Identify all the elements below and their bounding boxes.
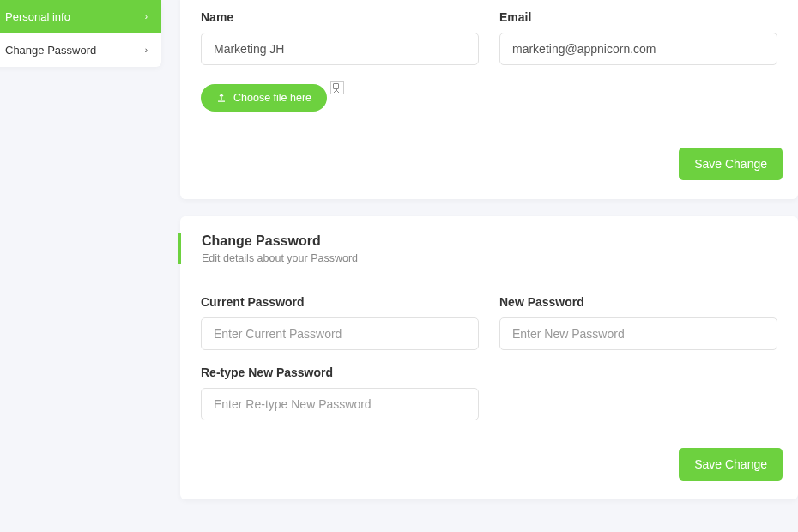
save-password-button[interactable]: Save Change bbox=[679, 448, 783, 481]
sidebar-item-label: Personal info bbox=[5, 10, 70, 23]
current-password-label: Current Password bbox=[201, 295, 479, 309]
retype-password-input[interactable] bbox=[201, 388, 479, 420]
save-profile-button[interactable]: Save Change bbox=[679, 148, 783, 180]
new-password-input[interactable] bbox=[499, 317, 777, 350]
chevron-right-icon: › bbox=[145, 12, 148, 21]
retype-password-group: Re-type New Password bbox=[201, 366, 479, 420]
content-area: Name Email Choose file here Save Change … bbox=[161, 0, 798, 532]
chevron-right-icon: › bbox=[145, 45, 148, 55]
current-password-group: Current Password bbox=[201, 295, 479, 350]
new-password-label: New Password bbox=[499, 295, 777, 309]
name-input[interactable] bbox=[201, 33, 479, 65]
upload-icon bbox=[216, 93, 227, 103]
card-title: Change Password bbox=[202, 233, 777, 249]
retype-password-label: Re-type New Password bbox=[201, 366, 479, 379]
change-password-card: Change Password Edit details about your … bbox=[180, 216, 798, 499]
settings-sidebar: Personal info › Change Password › bbox=[0, 0, 161, 67]
email-group: Email bbox=[499, 10, 777, 65]
current-password-input[interactable] bbox=[201, 317, 479, 350]
email-input[interactable] bbox=[499, 33, 777, 65]
card-subtitle: Edit details about your Password bbox=[202, 252, 777, 264]
new-password-group: New Password bbox=[499, 295, 777, 350]
choose-file-button[interactable]: Choose file here bbox=[201, 84, 327, 112]
avatar-broken-image-icon bbox=[330, 81, 344, 94]
sidebar-item-personal-info[interactable]: Personal info › bbox=[0, 0, 161, 33]
personal-info-card: Name Email Choose file here Save Change bbox=[180, 0, 798, 199]
choose-file-label: Choose file here bbox=[233, 92, 311, 104]
email-label: Email bbox=[499, 10, 777, 24]
name-group: Name bbox=[201, 10, 479, 65]
sidebar-item-label: Change Password bbox=[5, 44, 96, 57]
sidebar-item-change-password[interactable]: Change Password › bbox=[0, 33, 161, 67]
name-label: Name bbox=[201, 10, 479, 24]
